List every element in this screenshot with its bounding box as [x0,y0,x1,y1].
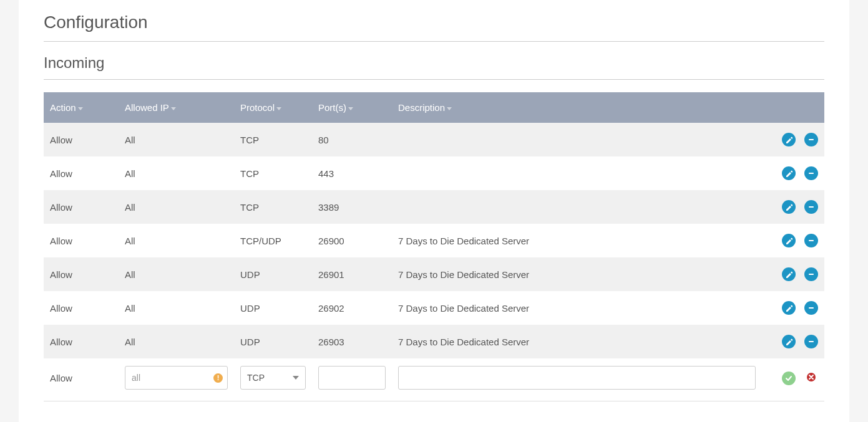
new-rule-row: Allow!TCP [44,358,824,401]
edit-button[interactable] [782,267,796,281]
table-header-row: Action Allowed IP Protocol Port(s) Descr… [44,92,824,123]
table-row: AllowAllTCP80 [44,123,824,156]
remove-button[interactable] [804,335,818,348]
section-title: Configuration [44,0,824,42]
table-row: AllowAllTCP3389 [44,190,824,224]
protocol-select[interactable]: TCP [240,366,306,390]
allowed-ip-input[interactable] [125,366,228,390]
cell-description [392,358,762,401]
remove-button[interactable] [804,234,818,247]
firewall-table: Action Allowed IP Protocol Port(s) Descr… [44,92,824,401]
cell-description [392,156,762,190]
cell-ports: 80 [312,123,392,156]
remove-icon [807,271,815,278]
cell-allowed-ip: All [119,190,234,224]
cell-ops [762,224,824,257]
table-row: AllowAllUDP269037 Days to Die Dedicated … [44,325,824,358]
cell-allowed-ip: All [119,156,234,190]
caret-down-icon [78,107,83,110]
cell-ops [762,156,824,190]
sub-title: Incoming [44,42,824,80]
cell-ports: 443 [312,156,392,190]
description-input[interactable] [398,366,756,390]
cell-ops [762,325,824,358]
check-icon [785,375,792,382]
edit-button[interactable] [782,234,796,247]
caret-down-icon [348,107,353,110]
table-row: AllowAllUDP269027 Days to Die Dedicated … [44,291,824,325]
cell-description [392,123,762,156]
edit-icon [785,237,792,244]
cell-description: 7 Days to Die Dedicated Server [392,224,762,257]
cell-action: Allow [44,224,119,257]
cell-ops [762,257,824,291]
cell-ports: 26900 [312,224,392,257]
cell-protocol: TCP [234,156,312,190]
cell-action: Allow [44,291,119,325]
table-row: AllowAllTCP/UDP269007 Days to Die Dedica… [44,224,824,257]
caret-down-icon [171,107,176,110]
remove-icon [807,338,815,345]
cell-allowed-ip: All [119,257,234,291]
edit-button[interactable] [782,200,796,214]
cell-description: 7 Days to Die Dedicated Server [392,325,762,358]
edit-icon [785,170,792,177]
cell-description: 7 Days to Die Dedicated Server [392,291,762,325]
header-action[interactable]: Action [44,92,119,123]
caret-down-icon [447,107,452,110]
caret-down-icon [293,376,299,380]
remove-button[interactable] [804,200,818,214]
cell-action: Allow [44,358,119,401]
cell-description: 7 Days to Die Dedicated Server [392,257,762,291]
cell-ops [762,291,824,325]
cancel-button[interactable] [804,370,818,384]
warning-icon: ! [213,373,223,383]
cell-allowed-ip: ! [119,358,234,401]
cell-action: Allow [44,257,119,291]
edit-icon [785,136,792,143]
remove-button[interactable] [804,133,818,146]
cell-protocol: UDP [234,325,312,358]
cell-protocol: TCP [234,190,312,224]
panel: Configuration Incoming Action Allowed IP… [19,0,849,422]
cell-action: Allow [44,123,119,156]
cell-protocol: UDP [234,291,312,325]
header-ports[interactable]: Port(s) [312,92,392,123]
cell-protocol: UDP [234,257,312,291]
header-protocol[interactable]: Protocol [234,92,312,123]
header-ops [762,92,824,123]
cell-allowed-ip: All [119,291,234,325]
cell-ports: 3389 [312,190,392,224]
table-row: AllowAllUDP269017 Days to Die Dedicated … [44,257,824,291]
remove-button[interactable] [804,166,818,180]
edit-icon [785,304,792,312]
cell-protocol: TCP [234,123,312,156]
table-row: AllowAllTCP443 [44,156,824,190]
cell-allowed-ip: All [119,123,234,156]
remove-button[interactable] [804,301,818,315]
edit-button[interactable] [782,335,796,348]
cell-ports: 26903 [312,325,392,358]
confirm-button[interactable] [782,372,796,385]
edit-icon [785,338,792,345]
edit-button[interactable] [782,301,796,315]
cell-action: Allow [44,156,119,190]
edit-button[interactable] [782,166,796,180]
edit-icon [785,203,792,211]
header-description[interactable]: Description [392,92,762,123]
edit-button[interactable] [782,133,796,146]
cell-action: Allow [44,325,119,358]
remove-icon [807,304,815,312]
cell-protocol: TCP [234,358,312,401]
remove-icon [807,203,815,211]
cell-protocol: TCP/UDP [234,224,312,257]
caret-down-icon [276,107,281,110]
remove-icon [807,237,815,244]
cell-ports [312,358,392,401]
cell-ops [762,190,824,224]
remove-button[interactable] [804,267,818,281]
header-allowed-ip[interactable]: Allowed IP [119,92,234,123]
cell-ports: 26901 [312,257,392,291]
ports-input[interactable] [318,366,386,390]
cell-ops [762,358,824,401]
